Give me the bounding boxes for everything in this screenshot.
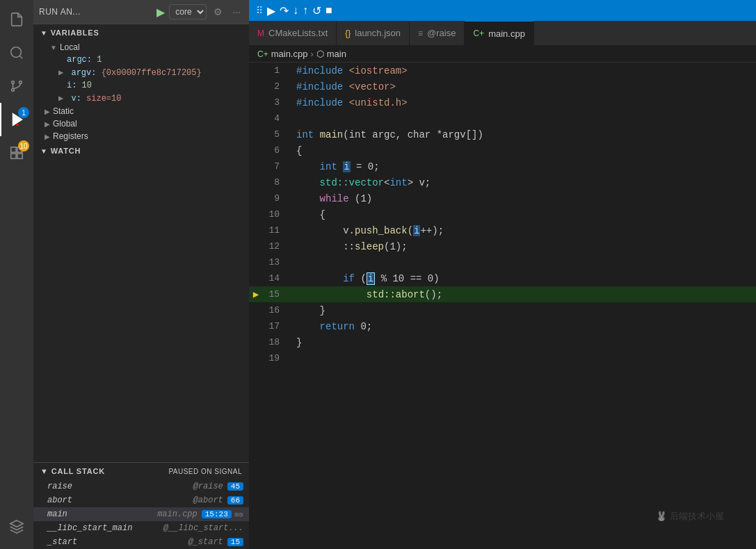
- local-group-header[interactable]: ▼ Local: [45, 41, 249, 54]
- breadcrumb-symbol[interactable]: main: [327, 49, 346, 59]
- var-value-argc: 1: [97, 55, 102, 65]
- drag-handle[interactable]: ⠿: [256, 5, 263, 16]
- line-num-5: 5: [263, 126, 291, 142]
- run-label: RUN AN...: [39, 7, 152, 17]
- bp-col-15[interactable]: ▶: [249, 286, 263, 302]
- bp-col-8[interactable]: [249, 174, 263, 190]
- global-label: Global: [53, 119, 77, 129]
- launch-label: launch.json: [355, 28, 401, 38]
- extensions-badge: 10: [18, 140, 29, 151]
- activity-bar: 1 10: [0, 0, 33, 549]
- code-line-4: 4: [249, 110, 756, 126]
- breadcrumb: C+ main.cpp › ⬡ main: [249, 46, 756, 63]
- cmake-label: CMakeLists.txt: [268, 28, 328, 38]
- more-button[interactable]: ···: [230, 5, 243, 19]
- bp-col-14[interactable]: [249, 270, 263, 286]
- callstack-item-start[interactable]: _start @_start 15: [33, 535, 249, 549]
- line-num-4: 4: [263, 110, 291, 126]
- bp-col-13[interactable]: [249, 254, 263, 270]
- breadcrumb-file[interactable]: main.cpp: [271, 49, 308, 59]
- code-line-12: 12 ::sleep(1);: [249, 238, 756, 254]
- files-icon[interactable]: [0, 3, 33, 36]
- tab-raise[interactable]: ≡ @raise: [410, 21, 465, 45]
- tab-main[interactable]: C+ main.cpp: [465, 21, 533, 45]
- code-line-3: 3 #include <unistd.h>: [249, 95, 756, 110]
- variables-section-header[interactable]: ▼ VARIABLES: [33, 24, 249, 41]
- line-num-7: 7: [263, 158, 291, 174]
- var-item-argv[interactable]: ▶ argv: {0x00007ffe8c717205}: [45, 66, 249, 79]
- static-group[interactable]: ▶ Static: [33, 105, 249, 117]
- bp-col-17[interactable]: [249, 318, 263, 334]
- bp-col-16[interactable]: [249, 302, 263, 318]
- callstack-file-raise: @raise: [193, 482, 223, 491]
- bp-col-9[interactable]: [249, 190, 263, 206]
- bp-col-11[interactable]: [249, 222, 263, 238]
- tab-launch[interactable]: {} launch.json: [337, 21, 410, 45]
- bp-col-12[interactable]: [249, 238, 263, 254]
- var-item-i[interactable]: i: 10: [45, 79, 249, 92]
- line-content-19: [291, 350, 756, 366]
- line-num-17: 17: [263, 318, 291, 334]
- registers-chevron: ▶: [45, 133, 50, 140]
- continue-button[interactable]: ▶: [267, 4, 275, 17]
- bp-col-19[interactable]: [249, 350, 263, 366]
- bp-col-7[interactable]: [249, 158, 263, 174]
- callstack-item-abort[interactable]: abort @abort 66: [33, 493, 249, 507]
- remote-icon[interactable]: [0, 510, 33, 543]
- var-item-argc[interactable]: argc: 1: [45, 54, 249, 66]
- callstack-fn-main: main: [47, 509, 152, 519]
- bp-col-2[interactable]: [249, 79, 263, 95]
- step-into-button[interactable]: ↓: [293, 4, 298, 17]
- line-num-15: 15: [263, 286, 291, 302]
- bp-col-6[interactable]: [249, 142, 263, 158]
- sidebar-spacer: [33, 159, 249, 462]
- run-debug-icon[interactable]: 1: [0, 103, 33, 136]
- settings-button[interactable]: ⚙: [211, 5, 225, 19]
- bp-col-18[interactable]: [249, 334, 263, 350]
- var-name-argc: argc:: [67, 55, 97, 65]
- step-out-button[interactable]: ↑: [303, 4, 308, 17]
- bp-col-4[interactable]: [249, 110, 263, 126]
- run-play-button[interactable]: ▶: [156, 6, 165, 19]
- breadcrumb-file-icon: C+: [257, 49, 268, 59]
- code-editor[interactable]: 1 #include <iostream> 2 #include <vector…: [249, 63, 756, 525]
- callstack-item-libc[interactable]: __libc_start_main @__libc_start...: [33, 521, 249, 535]
- line-content-18: }: [291, 334, 756, 350]
- code-line-16: 16 }: [249, 302, 756, 318]
- code-line-13: 13: [249, 254, 756, 270]
- tab-cmake[interactable]: M CMakeLists.txt: [249, 21, 337, 45]
- source-control-icon[interactable]: [0, 69, 33, 103]
- callstack-icon-main: ≡⊙: [234, 510, 243, 519]
- svg-line-1: [19, 56, 22, 58]
- stop-button[interactable]: ■: [325, 4, 332, 17]
- watch-chevron: ▼: [40, 147, 48, 155]
- bp-col-5[interactable]: [249, 126, 263, 142]
- global-group[interactable]: ▶ Global: [33, 117, 249, 130]
- callstack-section: ▼ CALL STACK PAUSED ON SIGNAL raise @rai…: [33, 462, 249, 549]
- config-select[interactable]: core: [169, 4, 207, 19]
- line-content-13: [291, 254, 756, 270]
- line-content-6: {: [291, 142, 756, 158]
- extensions-icon[interactable]: 10: [0, 136, 33, 170]
- callstack-item-raise[interactable]: raise @raise 45: [33, 480, 249, 493]
- line-num-10: 10: [263, 206, 291, 222]
- restart-button[interactable]: ↺: [312, 4, 321, 17]
- variables-chevron: ▼: [40, 29, 48, 37]
- line-content-8: std::vector<int> v;: [291, 174, 756, 190]
- watch-section-header[interactable]: ▼ WATCH: [33, 142, 249, 159]
- search-icon[interactable]: [0, 36, 33, 69]
- bp-col-1[interactable]: [249, 63, 263, 79]
- callstack-item-main[interactable]: main main.cpp 15:23 ≡⊙: [33, 507, 249, 521]
- callstack-line-start: 15: [227, 538, 243, 546]
- variables-label: VARIABLES: [51, 28, 99, 37]
- bp-col-10[interactable]: [249, 206, 263, 222]
- callstack-chevron: ▼: [40, 467, 49, 475]
- callstack-file-start: @_start: [188, 537, 223, 547]
- debug-arrow-15: ▶: [253, 287, 259, 302]
- registers-group[interactable]: ▶ Registers: [33, 130, 249, 142]
- var-i-highlight-3: i: [367, 272, 375, 285]
- var-item-v[interactable]: ▶ v: size=10: [45, 92, 249, 105]
- callstack-header[interactable]: ▼ CALL STACK PAUSED ON SIGNAL: [33, 463, 249, 480]
- bp-col-3[interactable]: [249, 95, 263, 110]
- step-over-button[interactable]: ↷: [280, 4, 289, 17]
